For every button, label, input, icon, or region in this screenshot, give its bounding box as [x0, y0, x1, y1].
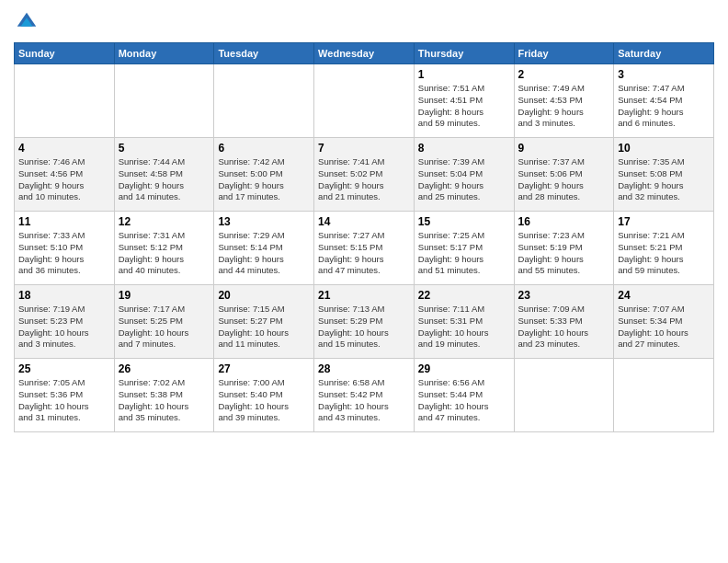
- day-info: Sunrise: 7:49 AM Sunset: 4:53 PM Dayligh…: [518, 83, 610, 130]
- day-number: 29: [418, 362, 510, 375]
- day-number: 2: [518, 68, 610, 81]
- day-number: 5: [119, 142, 210, 155]
- day-info: Sunrise: 7:17 AM Sunset: 5:25 PM Dayligh…: [119, 304, 210, 350]
- day-info: Sunrise: 7:09 AM Sunset: 5:33 PM Dayligh…: [518, 304, 610, 350]
- day-header-thursday: Thursday: [414, 43, 514, 64]
- calendar-cell: 19Sunrise: 7:17 AM Sunset: 5:25 PM Dayli…: [114, 285, 214, 359]
- day-number: 24: [618, 289, 710, 302]
- day-number: 13: [218, 215, 310, 228]
- calendar-cell: 2Sunrise: 7:49 AM Sunset: 4:53 PM Daylig…: [514, 64, 614, 138]
- day-info: Sunrise: 7:21 AM Sunset: 5:21 PM Dayligh…: [618, 230, 710, 277]
- calendar-cell: 18Sunrise: 7:19 AM Sunset: 5:23 PM Dayli…: [15, 285, 115, 359]
- day-number: 9: [518, 142, 610, 155]
- calendar-cell: 21Sunrise: 7:13 AM Sunset: 5:29 PM Dayli…: [314, 285, 415, 359]
- calendar-cell: [614, 359, 714, 432]
- calendar-cell: [214, 64, 314, 138]
- day-number: 16: [518, 215, 610, 228]
- calendar-cell: [114, 64, 214, 138]
- day-number: 1: [418, 68, 510, 81]
- day-header-monday: Monday: [114, 43, 214, 64]
- calendar-cell: 1Sunrise: 7:51 AM Sunset: 4:51 PM Daylig…: [414, 64, 514, 138]
- day-number: 20: [218, 289, 310, 302]
- day-number: 3: [618, 68, 710, 81]
- calendar-cell: 23Sunrise: 7:09 AM Sunset: 5:33 PM Dayli…: [514, 285, 614, 359]
- calendar-cell: 13Sunrise: 7:29 AM Sunset: 5:14 PM Dayli…: [214, 212, 314, 285]
- day-info: Sunrise: 7:41 AM Sunset: 5:02 PM Dayligh…: [318, 156, 410, 203]
- day-header-friday: Friday: [514, 43, 614, 64]
- calendar-table: SundayMondayTuesdayWednesdayThursdayFrid…: [14, 42, 714, 432]
- calendar-cell: [314, 64, 415, 138]
- page-header: [14, 9, 714, 35]
- calendar-cell: 9Sunrise: 7:37 AM Sunset: 5:06 PM Daylig…: [514, 138, 614, 212]
- day-number: 11: [18, 215, 110, 228]
- calendar-cell: 26Sunrise: 7:02 AM Sunset: 5:38 PM Dayli…: [114, 359, 214, 432]
- calendar-cell: 6Sunrise: 7:42 AM Sunset: 5:00 PM Daylig…: [214, 138, 314, 212]
- day-header-tuesday: Tuesday: [214, 43, 314, 64]
- day-info: Sunrise: 7:05 AM Sunset: 5:36 PM Dayligh…: [18, 377, 110, 424]
- day-info: Sunrise: 7:31 AM Sunset: 5:12 PM Dayligh…: [119, 230, 210, 277]
- calendar-cell: [15, 64, 115, 138]
- calendar-body: 1Sunrise: 7:51 AM Sunset: 4:51 PM Daylig…: [15, 64, 714, 432]
- day-number: 18: [18, 289, 110, 302]
- calendar-cell: 27Sunrise: 7:00 AM Sunset: 5:40 PM Dayli…: [214, 359, 314, 432]
- days-header-row: SundayMondayTuesdayWednesdayThursdayFrid…: [15, 43, 714, 64]
- calendar-cell: 10Sunrise: 7:35 AM Sunset: 5:08 PM Dayli…: [614, 138, 714, 212]
- calendar-cell: 11Sunrise: 7:33 AM Sunset: 5:10 PM Dayli…: [15, 212, 115, 285]
- day-info: Sunrise: 7:02 AM Sunset: 5:38 PM Dayligh…: [119, 377, 210, 424]
- day-header-sunday: Sunday: [15, 43, 115, 64]
- calendar-cell: 25Sunrise: 7:05 AM Sunset: 5:36 PM Dayli…: [15, 359, 115, 432]
- calendar-cell: 20Sunrise: 7:15 AM Sunset: 5:27 PM Dayli…: [214, 285, 314, 359]
- calendar-cell: 8Sunrise: 7:39 AM Sunset: 5:04 PM Daylig…: [414, 138, 514, 212]
- day-number: 17: [618, 215, 710, 228]
- day-info: Sunrise: 7:39 AM Sunset: 5:04 PM Dayligh…: [418, 156, 510, 203]
- calendar-cell: 29Sunrise: 6:56 AM Sunset: 5:44 PM Dayli…: [414, 359, 514, 432]
- day-info: Sunrise: 7:44 AM Sunset: 4:58 PM Dayligh…: [119, 156, 210, 203]
- day-number: 26: [119, 362, 210, 375]
- calendar-cell: 16Sunrise: 7:23 AM Sunset: 5:19 PM Dayli…: [514, 212, 614, 285]
- day-info: Sunrise: 7:51 AM Sunset: 4:51 PM Dayligh…: [418, 83, 510, 130]
- day-number: 25: [18, 362, 110, 375]
- week-row-4: 18Sunrise: 7:19 AM Sunset: 5:23 PM Dayli…: [15, 285, 714, 359]
- calendar-header: SundayMondayTuesdayWednesdayThursdayFrid…: [15, 43, 714, 64]
- day-number: 28: [318, 362, 410, 375]
- calendar-cell: 5Sunrise: 7:44 AM Sunset: 4:58 PM Daylig…: [114, 138, 214, 212]
- day-number: 21: [318, 289, 410, 302]
- day-header-saturday: Saturday: [614, 43, 714, 64]
- calendar-cell: 15Sunrise: 7:25 AM Sunset: 5:17 PM Dayli…: [414, 212, 514, 285]
- day-number: 7: [318, 142, 410, 155]
- logo: [14, 9, 43, 35]
- calendar-cell: 4Sunrise: 7:46 AM Sunset: 4:56 PM Daylig…: [15, 138, 115, 212]
- calendar-cell: 7Sunrise: 7:41 AM Sunset: 5:02 PM Daylig…: [314, 138, 415, 212]
- day-number: 23: [518, 289, 610, 302]
- week-row-2: 4Sunrise: 7:46 AM Sunset: 4:56 PM Daylig…: [15, 138, 714, 212]
- calendar-cell: 24Sunrise: 7:07 AM Sunset: 5:34 PM Dayli…: [614, 285, 714, 359]
- day-number: 10: [618, 142, 710, 155]
- logo-icon: [14, 9, 40, 35]
- calendar-cell: [514, 359, 614, 432]
- calendar-cell: 14Sunrise: 7:27 AM Sunset: 5:15 PM Dayli…: [314, 212, 415, 285]
- day-info: Sunrise: 7:07 AM Sunset: 5:34 PM Dayligh…: [618, 304, 710, 350]
- day-number: 15: [418, 215, 510, 228]
- day-info: Sunrise: 6:58 AM Sunset: 5:42 PM Dayligh…: [318, 377, 410, 424]
- day-info: Sunrise: 7:23 AM Sunset: 5:19 PM Dayligh…: [518, 230, 610, 277]
- day-info: Sunrise: 7:25 AM Sunset: 5:17 PM Dayligh…: [418, 230, 510, 277]
- day-number: 19: [119, 289, 210, 302]
- day-info: Sunrise: 7:47 AM Sunset: 4:54 PM Dayligh…: [618, 83, 710, 130]
- day-info: Sunrise: 7:29 AM Sunset: 5:14 PM Dayligh…: [218, 230, 310, 277]
- day-info: Sunrise: 7:13 AM Sunset: 5:29 PM Dayligh…: [318, 304, 410, 350]
- day-info: Sunrise: 7:33 AM Sunset: 5:10 PM Dayligh…: [18, 230, 110, 277]
- calendar-cell: 28Sunrise: 6:58 AM Sunset: 5:42 PM Dayli…: [314, 359, 415, 432]
- day-info: Sunrise: 7:37 AM Sunset: 5:06 PM Dayligh…: [518, 156, 610, 203]
- day-info: Sunrise: 7:19 AM Sunset: 5:23 PM Dayligh…: [18, 304, 110, 350]
- day-number: 14: [318, 215, 410, 228]
- calendar-cell: 17Sunrise: 7:21 AM Sunset: 5:21 PM Dayli…: [614, 212, 714, 285]
- day-number: 22: [418, 289, 510, 302]
- day-info: Sunrise: 7:42 AM Sunset: 5:00 PM Dayligh…: [218, 156, 310, 203]
- week-row-5: 25Sunrise: 7:05 AM Sunset: 5:36 PM Dayli…: [15, 359, 714, 432]
- day-number: 4: [18, 142, 110, 155]
- day-info: Sunrise: 6:56 AM Sunset: 5:44 PM Dayligh…: [418, 377, 510, 424]
- day-number: 12: [119, 215, 210, 228]
- day-info: Sunrise: 7:27 AM Sunset: 5:15 PM Dayligh…: [318, 230, 410, 277]
- week-row-3: 11Sunrise: 7:33 AM Sunset: 5:10 PM Dayli…: [15, 212, 714, 285]
- calendar-cell: 22Sunrise: 7:11 AM Sunset: 5:31 PM Dayli…: [414, 285, 514, 359]
